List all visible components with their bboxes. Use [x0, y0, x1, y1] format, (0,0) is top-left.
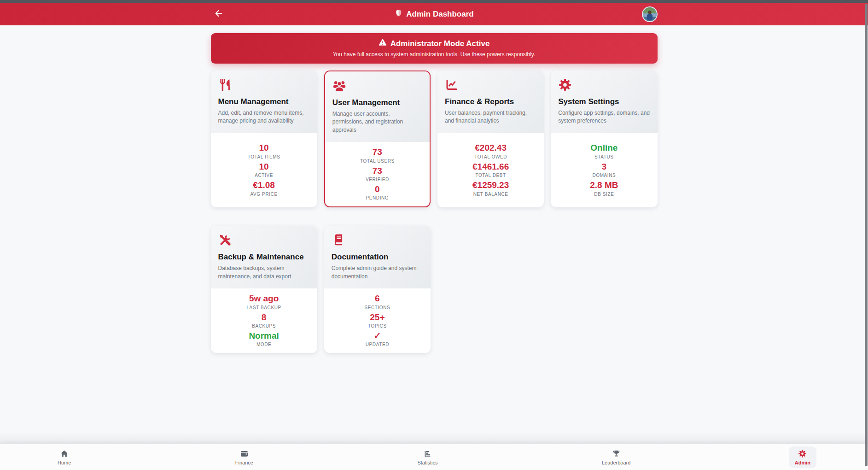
- stat-label: PENDING: [329, 195, 426, 200]
- stat: €1461.66 TOTAL DEBT: [441, 162, 540, 178]
- users-icon: [332, 79, 422, 93]
- main-content: Administrator Mode Active You have full …: [211, 25, 658, 353]
- app-bar: Admin Dashboard: [0, 3, 868, 25]
- card-title: Finance & Reports: [445, 97, 536, 106]
- stat-label: STATUS: [554, 154, 653, 159]
- stat: Online STATUS: [554, 143, 653, 159]
- stat-value: 6: [328, 294, 427, 304]
- nav-leaderboard[interactable]: Leaderboard: [596, 446, 636, 468]
- admin-cards-grid: Menu Management Add, edit, and remove me…: [211, 70, 658, 353]
- stat: 6 SECTIONS: [328, 294, 427, 310]
- avatar[interactable]: [642, 6, 658, 22]
- card-user-management[interactable]: User Management Manage user accounts, pe…: [324, 70, 431, 207]
- card-description: Manage user accounts, permissions, and r…: [332, 110, 422, 134]
- stat: €1259.23 NET BALANCE: [441, 180, 540, 196]
- nav-home[interactable]: Home: [52, 446, 77, 468]
- card-stats: 6 SECTIONS 25+ TOPICS ✓ UPDATED: [324, 288, 431, 353]
- card-header: Menu Management Add, edit, and remove me…: [211, 70, 317, 133]
- stat-value: 10: [215, 143, 314, 153]
- bottom-nav: Home Finance Statistics: [0, 444, 868, 470]
- card-stats: Online STATUS 3 DOMAINS 2.8 MB DB SIZE: [551, 133, 657, 208]
- back-button[interactable]: [211, 6, 227, 22]
- nav-label: Statistics: [417, 460, 437, 465]
- book-icon: [332, 233, 423, 247]
- card-system-settings[interactable]: System Settings Configure app settings, …: [551, 70, 657, 207]
- stat-label: NET BALANCE: [441, 192, 540, 197]
- stat-value: €1461.66: [441, 162, 540, 172]
- gear-icon: [798, 449, 807, 458]
- stat-label: VERIFIED: [329, 177, 426, 182]
- stat-value: 73: [329, 166, 426, 176]
- stat-label: LAST BACKUP: [215, 305, 314, 310]
- stat-value: 10: [215, 162, 314, 172]
- shield-icon: [394, 9, 402, 19]
- stat-label: ACTIVE: [215, 173, 314, 178]
- trophy-icon: [612, 449, 621, 458]
- stat-value: €1259.23: [441, 180, 540, 190]
- stat: €202.43 TOTAL OWED: [441, 143, 540, 159]
- stat-value: €202.43: [441, 143, 540, 153]
- stat-value: 2.8 MB: [554, 180, 653, 190]
- card-finance-reports[interactable]: Finance & Reports User balances, payment…: [437, 70, 544, 207]
- stat-value: 0: [329, 184, 426, 194]
- check-icon: ✓: [328, 331, 427, 341]
- utensils-icon: [218, 78, 310, 92]
- stat-label: SECTIONS: [328, 305, 427, 310]
- admin-mode-banner: Administrator Mode Active You have full …: [211, 33, 658, 64]
- bar-chart-icon: [423, 449, 432, 458]
- window-top-strip: [0, 0, 868, 3]
- stat-value: Online: [554, 143, 653, 153]
- nav-label: Leaderboard: [602, 460, 630, 465]
- stat-label: AVG PRICE: [215, 192, 314, 197]
- stat-label: DOMAINS: [554, 173, 653, 178]
- stat: €1.08 AVG PRICE: [215, 180, 314, 196]
- stat-label: TOTAL USERS: [329, 159, 426, 164]
- stat: 2.8 MB DB SIZE: [554, 180, 653, 196]
- card-header: Finance & Reports User balances, payment…: [437, 70, 544, 133]
- banner-subtitle: You have full access to system administr…: [217, 51, 651, 58]
- wallet-icon: [240, 449, 249, 458]
- card-description: User balances, payment tracking, and fin…: [445, 109, 536, 125]
- card-header: Documentation Complete admin guide and s…: [324, 226, 431, 288]
- stat-label: TOTAL DEBT: [441, 173, 540, 178]
- stat-value: 3: [554, 162, 653, 172]
- stat-label: BACKUPS: [215, 323, 314, 329]
- gear-icon: [558, 78, 650, 92]
- card-description: Configure app settings, domains, and sys…: [558, 109, 650, 125]
- scrollbar[interactable]: [865, 4, 868, 466]
- screwdriver-wrench-icon: [218, 233, 310, 247]
- card-title: Backup & Maintenance: [218, 253, 310, 262]
- stat-value: 5w ago: [215, 294, 314, 304]
- stat: ✓ UPDATED: [328, 331, 427, 347]
- stat-value: Normal: [215, 331, 314, 341]
- stat-label: TOTAL OWED: [441, 154, 540, 159]
- banner-title-row: Administrator Mode Active: [217, 38, 651, 49]
- stat: 3 DOMAINS: [554, 162, 653, 178]
- stat: 10 ACTIVE: [215, 162, 314, 178]
- stat-label: MODE: [215, 342, 314, 347]
- card-stats: 5w ago LAST BACKUP 8 BACKUPS Normal MODE: [211, 288, 317, 353]
- card-title: Menu Management: [218, 97, 310, 106]
- stat: 8 BACKUPS: [215, 312, 314, 329]
- warning-triangle-icon: [379, 38, 387, 49]
- nav-admin[interactable]: Admin: [789, 446, 816, 468]
- nav-finance[interactable]: Finance: [229, 446, 259, 468]
- card-stats: 73 TOTAL USERS 73 VERIFIED 0 PENDING: [325, 142, 430, 206]
- card-header: System Settings Configure app settings, …: [551, 70, 657, 133]
- app-bar-inner: Admin Dashboard: [211, 3, 658, 25]
- page-title-text: Admin Dashboard: [406, 10, 473, 19]
- card-documentation[interactable]: Documentation Complete admin guide and s…: [324, 226, 431, 353]
- stat-label: UPDATED: [328, 342, 427, 347]
- page-title: Admin Dashboard: [394, 9, 473, 19]
- nav-statistics[interactable]: Statistics: [411, 446, 443, 468]
- card-header: User Management Manage user accounts, pe…: [325, 71, 430, 142]
- card-backup-maintenance[interactable]: Backup & Maintenance Database backups, s…: [211, 226, 317, 353]
- stat-label: TOTAL ITEMS: [215, 154, 314, 159]
- banner-title: Administrator Mode Active: [390, 39, 490, 48]
- stat-value: €1.08: [215, 180, 314, 190]
- stat-value: 8: [215, 312, 314, 323]
- card-menu-management[interactable]: Menu Management Add, edit, and remove me…: [211, 70, 317, 207]
- card-title: Documentation: [332, 253, 423, 262]
- stat: 25+ TOPICS: [328, 312, 427, 329]
- stat-label: TOPICS: [328, 323, 427, 329]
